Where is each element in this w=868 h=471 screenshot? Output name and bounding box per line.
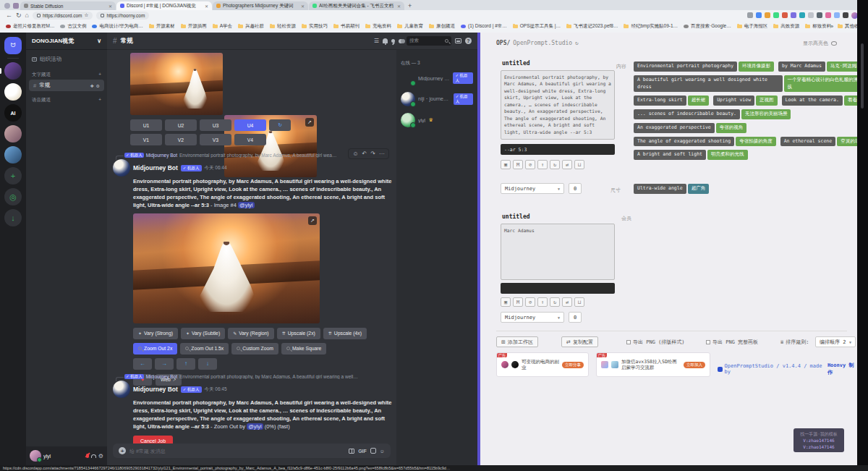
u-button[interactable]: U1 [130, 119, 162, 131]
prompt-tag[interactable]: An exaggerated perspective 夸张的视角 [634, 123, 746, 133]
pan-button[interactable]: → [155, 358, 174, 370]
member-item[interactable]: niji・journey … ✓ 机器人 [401, 92, 473, 106]
reroll-button[interactable]: ↻ [269, 119, 291, 131]
hoonvy-brand[interactable]: Hoonvy 制作 [827, 362, 857, 376]
server-icon[interactable] [4, 146, 22, 164]
bookmark-item[interactable]: 原创频道 [429, 23, 455, 30]
discord-home-button[interactable]: ᗢ [4, 37, 22, 54]
star-icon[interactable]: ☆ [85, 12, 89, 18]
home-icon[interactable]: ⌂ [25, 12, 29, 19]
toolbar-button-icon[interactable]: ↻ [550, 297, 560, 307]
prompt-tag[interactable]: by Marc Adamus 马克·阿达姆斯 [778, 61, 865, 72]
extension-icon[interactable] [817, 12, 822, 18]
address-bar-right[interactable]: https://hoorny.com [96, 12, 149, 20]
bookmark-item[interactable]: 电子海报区 [737, 23, 768, 30]
bookmark-item[interactable]: 高效资源 [773, 23, 799, 30]
address-bar-left[interactable]: https://discord.com ☆ [33, 12, 93, 20]
add-workspace-button[interactable]: ⊞添加工作区 [496, 336, 538, 347]
bookmark-item[interactable]: 经纪bmp实施贴09-1… [624, 23, 678, 30]
bookmark-item[interactable]: (1) Discord | #常… [461, 23, 507, 30]
emoji-icon[interactable]: ☺ [380, 449, 385, 454]
mention[interactable]: @ylyl [247, 423, 263, 430]
prompt-tag[interactable]: A beautiful girl wearing a well designed… [634, 75, 868, 93]
reply-icon[interactable]: ↶ [362, 150, 367, 157]
new-tab-button[interactable]: + [408, 2, 412, 9]
prompt-tag[interactable]: Extra-long skirt 超长裙 [634, 96, 709, 106]
member-item[interactable]: ylyl ♛ [401, 113, 473, 127]
workspace-title[interactable]: untitled [502, 60, 530, 67]
server-icon[interactable] [4, 83, 22, 101]
close-tab-icon[interactable]: ✕ [301, 4, 305, 9]
workspace-title[interactable]: untitled [502, 213, 530, 220]
toolbar-button-icon[interactable]: ↑ [537, 297, 548, 307]
member-item[interactable]: Midjourney Bot ✓ 机器人 [401, 71, 473, 85]
midjourney-grid-image[interactable] [130, 53, 223, 115]
bookmark-item[interactable]: 电商设计/华为电商… [92, 23, 142, 30]
toolbar-button-icon[interactable]: ↑ [537, 160, 548, 169]
close-tab-icon[interactable]: ✕ [109, 4, 112, 9]
midjourney-action-button[interactable]: ✎Vary (Region) [228, 328, 273, 339]
v-button[interactable]: V4 [234, 134, 266, 145]
u-button[interactable]: U2 [165, 119, 197, 131]
engine-select[interactable]: Midjourney▼ [501, 183, 564, 194]
export-png-board-checkbox[interactable]: 导出 PNG 完整画板 [706, 339, 758, 346]
ad-banner[interactable]: 广告 可变现的电商的副业 立即分享 [496, 352, 589, 377]
pan-button[interactable]: ↓ [198, 358, 217, 370]
prompt-textarea[interactable]: Marc Adamus [501, 224, 615, 280]
prompt-tag[interactable]: The angle of exaggerated shooting 夸张拍摄的角… [634, 137, 776, 147]
count-stepper[interactable]: 0 [569, 312, 582, 323]
bookmark-item[interactable]: 轻松资源 [270, 23, 296, 30]
toolbar-button-icon[interactable]: ⊔ [574, 297, 584, 307]
extension-icon[interactable] [782, 12, 788, 18]
toolbar-button-icon[interactable]: M [513, 297, 523, 307]
bookmark-item[interactable]: 标致资料 [805, 23, 831, 30]
add-reaction-icon[interactable]: ☺ [352, 150, 358, 157]
pan-button[interactable]: ↑ [176, 358, 195, 370]
avatar[interactable] [30, 450, 41, 462]
tab-discord[interactable]: Discord | #常规 | DONGJIAN视觉 ✕ [116, 1, 212, 10]
ad-banner[interactable]: 广告 加微信avx358拉入SD绘画启蒙学习交流群 立即加入 [596, 352, 710, 377]
extension-icon[interactable] [843, 12, 848, 18]
expand-image-icon[interactable]: ↗ [308, 216, 317, 225]
ad-button[interactable]: 立即加入 [684, 362, 705, 368]
mic-muted-icon[interactable] [86, 454, 89, 458]
avatar[interactable] [113, 381, 130, 398]
bookmark-item[interactable]: 开源素材 [149, 23, 175, 30]
extension-icon[interactable] [825, 12, 831, 18]
bookmark-item[interactable]: 兴趣社群 [238, 23, 264, 30]
bookmark-item[interactable]: 百度搜索·Google… [684, 23, 731, 30]
toolbar-button-icon[interactable]: ▣ [501, 160, 511, 169]
prompt-tag[interactable]: Ultra-wide angle 超广角 [634, 184, 709, 194]
close-tab-icon[interactable]: ✕ [397, 4, 401, 9]
prompt-tag[interactable]: An ethereal scene 空灵的场景 [780, 137, 868, 147]
bookmark-item[interactable]: 充电资料 [365, 23, 391, 30]
add-server-button[interactable]: + [4, 167, 22, 184]
tab-feishu-doc[interactable]: AI绘画相关关键词合集 - 飞书云文档 ✕ [309, 1, 404, 10]
extension-icon[interactable] [808, 12, 814, 18]
midjourney-action-button[interactable]: ✦Vary (Subtle) [181, 328, 225, 339]
add-channel-icon[interactable]: + [98, 97, 101, 103]
v-button[interactable]: V1 [130, 134, 162, 145]
midjourney-zoom-button[interactable]: Zoom Out 1.5x [180, 343, 229, 355]
u-button[interactable]: U4 [234, 119, 266, 131]
events-entry[interactable]: 组织活动 [26, 50, 107, 66]
gear-icon[interactable]: ⚙ [98, 453, 103, 459]
toolbar-button-icon[interactable]: ⊘ [525, 297, 535, 307]
extension-icon[interactable] [834, 12, 840, 18]
expand-image-icon[interactable]: ↗ [305, 118, 314, 127]
scrollbar-thumb[interactable] [861, 43, 864, 109]
extension-icon[interactable] [791, 12, 796, 18]
sort-order-select[interactable]: 编排顺序 2▼ [815, 336, 856, 347]
bookmark-item[interactable]: 老照片修复教程M… [6, 23, 54, 30]
midjourney-zoom-button[interactable]: Make Square [281, 343, 326, 355]
extension-icon[interactable] [756, 12, 762, 18]
server-icon[interactable]: AI [4, 104, 22, 122]
profile-icon[interactable] [4, 3, 10, 9]
back-icon[interactable]: ← [6, 12, 12, 19]
attach-plus-icon[interactable]: + [119, 447, 126, 454]
tab-stable-diffusion[interactable]: Stable Diffusion ✕ [20, 1, 116, 10]
export-png-layout-checkbox[interactable]: 导出 PNG (排版样式) [626, 339, 685, 346]
extension-icon[interactable] [799, 12, 805, 18]
mention[interactable]: @ylyl [238, 202, 254, 208]
reply-reference[interactable]: ✓ 机器人 Midjourney Bot Environmental portr… [113, 374, 393, 379]
